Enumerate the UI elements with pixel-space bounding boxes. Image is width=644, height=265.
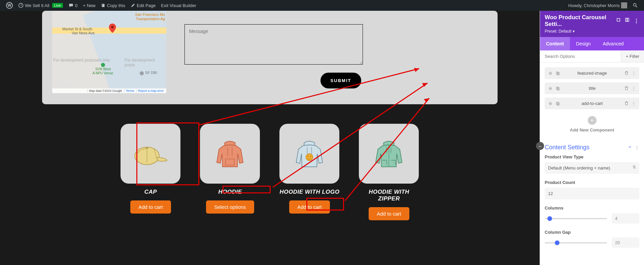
panel-search-row: + Filter [540,50,644,63]
svg-point-6 [145,147,148,149]
svg-point-8 [307,156,309,157]
product-image[interactable] [359,124,419,184]
map-footer: Map data ©2024 Google Terms Report a map… [52,88,166,93]
tab-content[interactable]: Content [540,37,570,50]
map-dev-text: For development purposes only [53,58,110,63]
comments-link[interactable]: 0 [66,3,80,8]
component-label: title [560,86,624,91]
avatar [621,2,627,8]
content-settings-heading: Content Settings [545,144,589,151]
comment-icon [68,3,74,8]
component-label: add-to-cart [560,101,624,106]
trash-icon[interactable] [624,101,629,106]
edit-label: Edit Page [137,3,156,8]
svg-point-9 [310,156,311,157]
column-gap-slider[interactable] [545,242,607,243]
product-carousel: CAP Add to cart HOODIE Select options [42,113,498,231]
product-image[interactable] [121,124,180,184]
kebab-icon[interactable]: ⋮ [634,17,639,25]
site-name-link[interactable]: We Sell It All Live [15,3,66,8]
tab-advanced[interactable]: Advanced [597,37,630,50]
wp-admin-bar: W We Sell It All Live 0 + New Copy this … [0,0,644,11]
columns-icon[interactable] [625,17,630,22]
preset-selector[interactable]: Preset: Default ▾ [545,29,639,34]
svg-point-3 [633,3,636,6]
map-label: Market St & South [62,27,92,31]
columns-slider[interactable] [545,218,607,219]
filter-button[interactable]: + Filter [621,50,644,62]
new-link[interactable]: + New [80,3,98,8]
search-toggle[interactable] [630,3,641,8]
column-gap-input[interactable] [612,237,639,248]
component-label: featured-image [560,71,624,76]
field-product-count: Product Count [545,180,639,199]
component-item-title[interactable]: title ⋮ [545,82,639,94]
product-card-hoodie-logo: HOODIE WITH LOGO Add to cart [279,124,340,220]
map-poi-label: A NPU Venue [93,71,113,75]
message-textarea[interactable] [184,24,363,65]
comment-count: 0 [75,3,77,8]
add-to-cart-button[interactable]: Add to cart [130,200,171,214]
gear-icon[interactable] [548,101,553,106]
component-item-featured-image[interactable]: featured-image ⋮ [545,67,639,79]
svg-rect-14 [625,18,627,22]
edit-page-link[interactable]: Edit Page [128,3,158,8]
hoodie-illustration [208,132,252,176]
exit-builder-link[interactable]: Exit Visual Builder [158,3,199,8]
map-label: Van Ness Ave [72,31,95,35]
map-poi-label: SF DBI [145,71,157,75]
field-label: Product View Type [545,154,639,159]
expand-icon[interactable] [616,17,621,22]
kebab-icon[interactable]: ⋮ [632,86,636,91]
map-pin-icon [108,23,117,34]
cap-illustration [129,132,172,176]
svg-rect-13 [617,18,620,21]
content-settings-toggle[interactable]: Content Settings ⋮ [545,141,639,154]
google-map[interactable]: San Francisco Mu Transportation Ag Marke… [52,11,166,93]
add-component: + Add New Component [545,113,639,136]
wp-logo[interactable]: W [3,2,15,9]
component-item-add-to-cart[interactable]: add-to-cart ⋮ [545,98,639,109]
select-options-button[interactable]: Select options [206,200,254,214]
tab-design[interactable]: Design [570,37,597,50]
page-canvas: San Francisco Mu Transportation Ag Marke… [0,11,540,265]
kebab-icon[interactable]: ⋮ [632,101,636,106]
product-image[interactable] [200,124,260,184]
product-image[interactable] [279,124,339,184]
add-to-cart-button[interactable]: Add to cart [369,207,409,220]
pencil-icon [131,3,135,8]
field-label: Columns [545,205,639,211]
columns-input[interactable] [612,213,639,224]
add-to-cart-button[interactable]: Add to cart [289,200,330,214]
view-type-select[interactable]: Default (Menu ordering + name) [545,162,639,174]
trash-icon[interactable] [624,86,629,90]
map-dev-text: For development purpo [125,58,166,67]
kebab-icon[interactable]: ⋮ [635,145,639,150]
map-poi-label: Transportation Ag [136,17,165,21]
field-label: Product Count [545,180,639,185]
field-columns: Columns [545,205,639,224]
add-component-button[interactable]: + [588,116,597,125]
hoodie-logo-illustration [287,132,331,176]
svg-point-16 [550,72,551,74]
copy-link[interactable]: Copy this [98,3,128,8]
gear-icon[interactable] [548,86,553,91]
add-component-label: Add New Component [548,127,636,132]
search-input[interactable] [540,50,621,62]
product-count-input[interactable] [545,188,639,199]
map-terms-link[interactable]: Terms [124,89,136,92]
map-report-link[interactable]: Report a map error [136,89,165,92]
svg-point-19 [550,87,551,89]
gear-icon[interactable] [548,71,553,76]
panel-resize-handle[interactable] [536,142,544,150]
howdy-link[interactable]: Howdy, Christopher Morris [566,2,630,8]
trash-icon[interactable] [624,71,629,75]
duplicate-icon[interactable] [555,101,560,106]
copy-label: Copy this [107,3,125,8]
duplicate-icon[interactable] [555,71,560,76]
duplicate-icon[interactable] [555,86,560,91]
svg-rect-15 [628,18,629,22]
submit-button[interactable]: SUBMIT [320,73,362,88]
kebab-icon[interactable]: ⋮ [632,71,636,76]
field-label: Column Gap [545,230,639,235]
